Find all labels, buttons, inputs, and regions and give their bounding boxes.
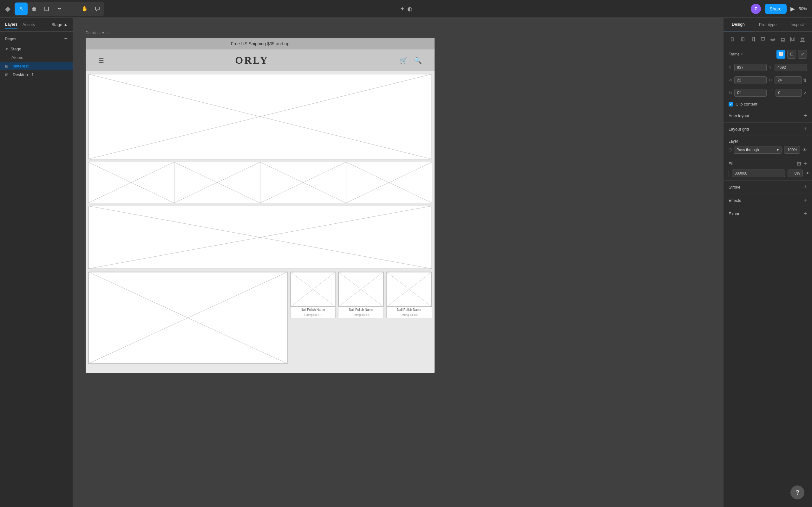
hamburger-icon[interactable]: ☰ (98, 57, 104, 64)
rotation-row: ↻ ⌒ ⤢ (723, 87, 812, 99)
frame-resize-button[interactable]: ⤢ (798, 50, 807, 59)
fill-row: 👁 − (728, 170, 807, 177)
tab-layers[interactable]: Layers (5, 20, 17, 29)
blend-mode-icon (728, 148, 732, 152)
community-icon[interactable]: ✦ (400, 5, 405, 12)
svg-rect-35 (752, 38, 755, 41)
h-input[interactable] (774, 76, 802, 84)
layer-section-label: Layer (728, 139, 807, 144)
align-center-v-button[interactable] (768, 35, 777, 44)
shape-tool-button[interactable] (40, 3, 53, 15)
mobile-frame-button[interactable]: ☐ (787, 50, 796, 59)
product-grid: Nail Polish Name Rating $X.XX (88, 272, 432, 364)
user-avatar[interactable]: Z (751, 4, 761, 14)
expand-corners-icon[interactable]: ⤢ (803, 90, 807, 95)
banner2-section (88, 206, 432, 269)
align-center-h-button[interactable] (739, 35, 747, 44)
frame-type-buttons: ⬜ ☐ ⤢ (776, 50, 807, 59)
effects-add-button[interactable]: + (803, 197, 807, 204)
layer-item-desktop1[interactable]: ⊞ Desktop - 1 (0, 70, 72, 79)
product-card-sub-1: Rating $X.XX (291, 313, 336, 318)
product-card-label-2: Nail Polish Name (339, 307, 384, 313)
zoom-level[interactable]: 50% (799, 6, 807, 11)
canvas[interactable]: Desktop ▾ + Free US Shipping $35 and up … (73, 18, 723, 507)
banner2-wireframe (88, 206, 432, 269)
canvas-inner: Desktop ▾ + Free US Shipping $35 and up … (73, 18, 723, 507)
export-add-button[interactable]: + (803, 210, 807, 217)
rotation-field: ↻ (728, 89, 767, 97)
toolbar: ◆ ↖ ✒ T ✋ (0, 0, 812, 18)
featured-wireframe (89, 272, 287, 364)
featured-product (88, 272, 288, 364)
theme-toggle-icon[interactable]: ◐ (407, 5, 412, 12)
move-tool-button[interactable]: ↖ (15, 3, 28, 15)
layout-grid-add-button[interactable]: + (803, 126, 807, 132)
align-right-button[interactable] (749, 35, 757, 44)
desktop-frame-button[interactable]: ⬜ (776, 50, 785, 59)
svg-rect-41 (781, 38, 784, 41)
x-label: X (728, 65, 732, 70)
right-tab-prototype[interactable]: Prototype (753, 18, 782, 32)
blend-mode-select[interactable]: Pass through ▾ (734, 146, 781, 154)
frame-icon-2: ⊞ (5, 72, 10, 77)
stroke-add-button[interactable]: + (803, 184, 807, 190)
auto-layout-label: Auto layout (728, 113, 749, 118)
rotation-input[interactable] (734, 89, 767, 97)
x-input[interactable] (734, 64, 767, 71)
align-left-button[interactable] (728, 35, 737, 44)
product-card-sub-2: Rating $X.XX (339, 313, 384, 318)
layer-item-pinterest[interactable]: ⊞ pinterest (0, 62, 72, 70)
opacity-input[interactable] (784, 146, 800, 154)
right-tab-inspect[interactable]: Inspect (782, 18, 812, 32)
fill-opacity-input[interactable] (788, 170, 803, 177)
cart-icon[interactable]: 🛒 (400, 57, 408, 64)
play-button[interactable]: ▶ (791, 5, 795, 12)
y-input[interactable] (774, 64, 807, 71)
svg-rect-48 (801, 38, 804, 40)
svg-rect-37 (761, 38, 764, 40)
fill-hex-input[interactable] (732, 170, 785, 177)
right-tab-design[interactable]: Design (723, 18, 753, 32)
fill-color-swatch[interactable] (728, 170, 729, 177)
add-page-button[interactable]: + (64, 36, 67, 42)
distribute-h-button[interactable] (788, 35, 797, 44)
auto-layout-add-button[interactable]: + (803, 112, 807, 119)
frame-dropdown-icon[interactable]: ▾ (741, 52, 743, 56)
fill-add-button[interactable]: + (803, 160, 807, 167)
page-item-atoms[interactable]: Atoms (0, 53, 72, 62)
panel-tabs: Layers Assets Stage ▲ (0, 18, 72, 32)
text-tool-button[interactable]: T (66, 3, 78, 15)
help-button[interactable]: ? (791, 486, 804, 499)
product-card-wireframe-2 (339, 272, 384, 307)
hand-tool-button[interactable]: ✋ (78, 3, 91, 15)
nav-icons: 🛒 🔍 (400, 57, 422, 64)
align-top-button[interactable] (758, 35, 767, 44)
page-item-stage[interactable]: ▼ Stage (0, 45, 72, 53)
search-icon[interactable]: 🔍 (414, 57, 422, 64)
fill-grid-icon[interactable]: ⊞ (797, 161, 801, 167)
grid-item-4 (346, 162, 432, 203)
clip-content-checkbox[interactable]: ✓ (728, 102, 733, 107)
frame-tool-button[interactable] (28, 3, 40, 15)
desktop-close-icon[interactable]: + (107, 31, 109, 36)
share-button[interactable]: Share (765, 4, 786, 14)
fill-section: Fill ⊞ + 👁 − (723, 157, 812, 181)
h-field: H ⇅ (769, 76, 807, 84)
tab-assets[interactable]: Assets (22, 21, 35, 28)
layer-visibility-icon[interactable]: 👁 (803, 147, 807, 153)
align-bottom-button[interactable] (778, 35, 787, 44)
corner-input[interactable] (775, 89, 802, 97)
pen-tool-button[interactable]: ✒ (53, 3, 66, 15)
svg-rect-2 (32, 9, 34, 11)
app-logo-icon[interactable]: ◆ (5, 5, 10, 13)
w-input[interactable] (734, 76, 767, 84)
tab-stage[interactable]: Stage ▲ (51, 22, 67, 27)
constrain-proportions-icon[interactable]: ⇅ (803, 78, 807, 83)
design-frame: Free US Shipping $35 and up ☰ ORLY 🛒 🔍 (86, 38, 435, 373)
distribute-v-button[interactable] (798, 35, 807, 44)
export-row: Export + (723, 207, 812, 220)
auto-layout-row: Auto layout + (723, 109, 812, 123)
fill-visibility-icon[interactable]: 👁 (805, 171, 810, 176)
stroke-label: Stroke (728, 185, 741, 189)
comment-tool-button[interactable] (91, 3, 104, 15)
